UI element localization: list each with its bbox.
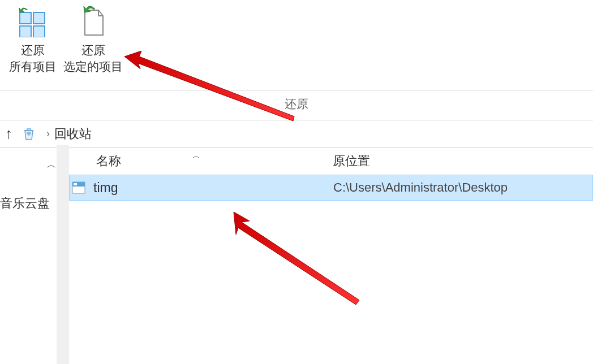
restore-all-button[interactable]: 还原 所有项目 bbox=[6, 0, 60, 79]
file-list-area: ︿ 名称 原位置 timg C:\Users\Administrator\Des… bbox=[69, 148, 593, 364]
restore-selected-label-1: 还原 bbox=[81, 42, 105, 58]
breadcrumb-location[interactable]: 回收站 bbox=[54, 125, 92, 142]
ribbon-toolbar: 还原 所有项目 还原 选定的项目 bbox=[0, 0, 593, 90]
columns-header: ︿ 名称 原位置 bbox=[69, 148, 593, 175]
up-arrow-icon[interactable]: ↑ bbox=[2, 125, 16, 142]
svg-rect-3 bbox=[33, 26, 45, 37]
file-icon bbox=[72, 181, 85, 194]
content-area: ︿ 音乐云盘 ︿ 名称 原位置 timg C:\Users\Administra… bbox=[0, 148, 593, 364]
file-row[interactable]: timg C:\Users\Administrator\Desktop bbox=[69, 175, 593, 201]
restore-selected-button[interactable]: 还原 选定的项目 bbox=[60, 0, 126, 79]
file-name: timg bbox=[93, 180, 324, 196]
svg-rect-0 bbox=[20, 12, 31, 24]
sidebar: ︿ 音乐云盘 bbox=[0, 148, 57, 364]
restore-selected-icon bbox=[77, 5, 110, 37]
breadcrumb-separator: › bbox=[46, 128, 50, 140]
restore-all-label-2: 所有项目 bbox=[9, 58, 57, 75]
restore-selected-label-2: 选定的项目 bbox=[63, 58, 123, 75]
ribbon-group-label: 还原 bbox=[0, 90, 593, 120]
scrollbar-track[interactable] bbox=[57, 145, 69, 364]
restore-all-icon bbox=[16, 5, 49, 37]
file-location: C:\Users\Administrator\Desktop bbox=[324, 180, 508, 195]
sidebar-item-music-cloud[interactable]: 音乐云盘 bbox=[0, 195, 50, 212]
column-header-location[interactable]: 原位置 bbox=[324, 153, 370, 170]
sort-indicator-icon[interactable]: ︿ bbox=[192, 151, 200, 161]
restore-all-label-1: 还原 bbox=[21, 42, 45, 58]
svg-rect-1 bbox=[33, 12, 45, 24]
collapse-chevron-icon[interactable]: ︿ bbox=[46, 158, 57, 171]
recycle-bin-icon[interactable] bbox=[20, 125, 37, 142]
breadcrumb-bar: ↑ › 回收站 bbox=[0, 120, 593, 148]
svg-rect-6 bbox=[74, 183, 77, 185]
svg-rect-2 bbox=[20, 26, 31, 37]
